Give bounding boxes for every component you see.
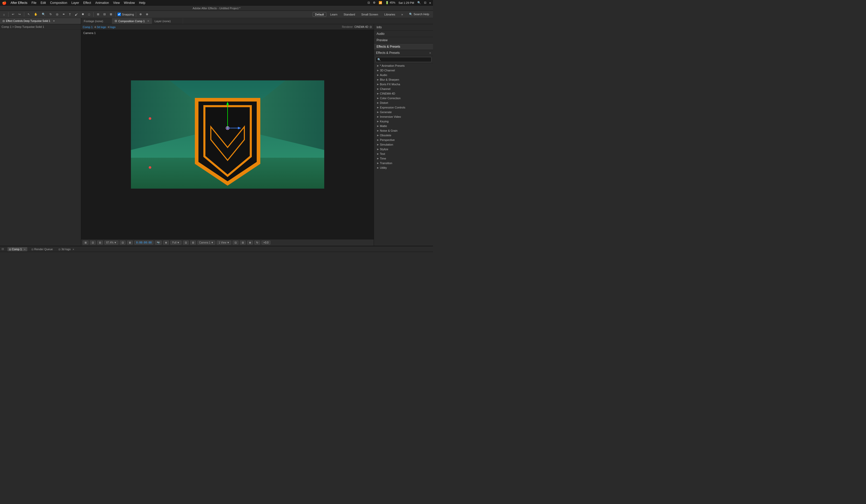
zoom-tool[interactable]: 🔍 [40, 12, 47, 17]
effect-cat-perspective[interactable]: ▶ Perspective [374, 137, 433, 142]
distrib-button[interactable]: ⊟ [102, 12, 107, 17]
effect-cat-immersive[interactable]: ▶ Immersive Video [374, 114, 433, 119]
fit-btn[interactable]: ⊡ [120, 240, 125, 245]
camera-dropdown[interactable]: Camera 1 ▼ [197, 240, 215, 245]
right-nav-audio[interactable]: Audio [374, 31, 433, 37]
workspace-search[interactable]: 🔍 Search Help [407, 12, 432, 17]
menu-window[interactable]: Window [124, 1, 135, 5]
comp-tab-close[interactable]: ✕ [147, 20, 149, 22]
3d-options[interactable]: ⊕ [138, 12, 143, 17]
roi-btn[interactable]: ⊟ [190, 240, 196, 245]
search-icon[interactable]: 🔍 [417, 1, 421, 4]
siri-icon[interactable]: ⊡ [424, 1, 426, 4]
effect-cat-transition[interactable]: ▶ Transition [374, 161, 433, 166]
control-center-icon[interactable]: ≡ [430, 1, 431, 4]
zoom-dropdown[interactable]: 87.4% ▼ [104, 240, 118, 245]
workspace-learn[interactable]: Learn [328, 12, 340, 17]
workspace-small-screen[interactable]: Small Screen [359, 12, 380, 17]
effect-cat-color-correction[interactable]: ▶ Color Correction [374, 96, 433, 100]
effect-cat-distort[interactable]: ▶ Distort [374, 100, 433, 105]
3dlogo-tab-close[interactable]: ✕ [73, 248, 75, 251]
exposure-btn[interactable]: ⊡ [233, 240, 238, 245]
hand-tool[interactable]: ✋ [32, 12, 39, 17]
viewer-btn[interactable]: ⊡ [90, 240, 96, 245]
comp-nav-comp1[interactable]: Comp 1 [83, 25, 93, 29]
snapping-checkbox[interactable] [118, 13, 121, 16]
workspace-standard[interactable]: Standard [341, 12, 357, 17]
effect-controls-tab-close[interactable]: ▼ [53, 20, 55, 22]
menu-layer[interactable]: Layer [71, 1, 79, 5]
snapshot-btn[interactable]: 📷 [155, 240, 162, 245]
effects-search-input[interactable] [376, 57, 432, 62]
timeline-tab-render[interactable]: ⊡ Render Queue [30, 247, 54, 251]
timecode-btn[interactable]: 0:00:00:00 [134, 240, 153, 245]
undo-button[interactable]: ↩ [10, 12, 16, 17]
effects-panel-menu-icon[interactable]: ≡ [430, 52, 431, 54]
safe-zones-btn[interactable]: ⊞ [127, 240, 133, 245]
effect-cat-animation-presets[interactable]: ▶ * Animation Presets [374, 63, 433, 68]
comp1-tab-close[interactable]: ✕ [24, 248, 26, 251]
timeline-tab-comp1[interactable]: ⊡ Comp 1 ✕ [8, 247, 27, 251]
effect-cat-stylize[interactable]: ▶ Stylize [374, 147, 433, 152]
effect-cat-audio[interactable]: ▶ Audio [374, 73, 433, 77]
effect-cat-keying[interactable]: ▶ Keying [374, 119, 433, 124]
tracking-options[interactable]: ⊕ [144, 12, 150, 17]
menu-file[interactable]: File [32, 1, 36, 5]
puppet-tool[interactable]: ✱ [80, 12, 86, 17]
grid-view-btn[interactable]: ⊞ [83, 240, 88, 245]
layout-dropdown[interactable]: 1 View ▼ [217, 240, 231, 245]
menu-edit[interactable]: Edit [41, 1, 46, 5]
right-nav-preview[interactable]: Preview [374, 37, 433, 44]
effect-cat-utility[interactable]: ▶ Utility [374, 166, 433, 170]
brush-tool[interactable]: 🖌 [73, 12, 79, 17]
comp-nav-logo[interactable]: logo [110, 25, 116, 29]
effect-cat-cinema4d[interactable]: ▶ CINEMA 4D [374, 91, 433, 96]
effect-cat-boris[interactable]: ▶ Boris FX Mocha [374, 82, 433, 87]
tab-composition[interactable]: ⊡ Composition Comp 1 ✕ [112, 18, 152, 24]
effect-cat-3d-channel[interactable]: ▶ 3D Channel [374, 68, 433, 73]
effect-cat-obsolete[interactable]: ▶ Obsolete [374, 133, 433, 137]
resolution-btn[interactable]: ⊡ [183, 240, 189, 245]
menu-composition[interactable]: Composition [50, 1, 67, 5]
quality-dropdown[interactable]: Full ▼ [170, 240, 181, 245]
effect-cat-noise[interactable]: ▶ Noise & Grain [374, 128, 433, 133]
redo-button[interactable]: ↪ [17, 12, 22, 17]
effect-cat-text[interactable]: ▶ Text [374, 152, 433, 156]
effect-cat-matte[interactable]: ▶ Matte [374, 124, 433, 128]
timeline-collapse-icon[interactable]: ⊟ [1, 247, 4, 251]
menu-view[interactable]: View [113, 1, 120, 5]
rotation-tool[interactable]: ↻ [48, 12, 53, 17]
menu-help[interactable]: Help [139, 1, 145, 5]
viewer-options-btn[interactable]: ⊟ [97, 240, 103, 245]
pen-tool[interactable]: ✒ [61, 12, 67, 17]
effect-cat-expression[interactable]: ▶ Expression Controls [374, 105, 433, 110]
home-button[interactable]: ⌂ [1, 12, 7, 17]
transparency-btn[interactable]: ⊟ [240, 240, 246, 245]
right-nav-effects[interactable]: Effects & Presets [374, 44, 433, 50]
viewport-content[interactable]: Camera 1 [81, 30, 374, 239]
shape-tool[interactable]: □ [87, 12, 91, 17]
render-btn[interactable]: ⊕ [247, 240, 253, 245]
reset-btn[interactable]: ↻ [254, 240, 260, 245]
menu-aftereffects[interactable]: After Effects [11, 1, 27, 5]
tab-effect-controls[interactable]: ⊡ Effect Controls Deep Turquoise Solid 1… [0, 18, 81, 24]
renderer-settings-icon[interactable]: ⚙ [369, 25, 372, 29]
apple-menu[interactable]: 🍎 [2, 1, 7, 5]
effect-cat-channel[interactable]: ▶ Channel [374, 87, 433, 91]
effect-cat-generate[interactable]: ▶ Generate [374, 110, 433, 114]
workspace-libraries[interactable]: Libraries [382, 12, 397, 17]
effect-cat-blur[interactable]: ▶ Blur & Sharpen [374, 77, 433, 82]
camera-orbit-tool[interactable]: ◎ [54, 12, 60, 17]
snap-button[interactable]: ⊠ [108, 12, 114, 17]
text-tool[interactable]: T [67, 12, 73, 17]
menu-animation[interactable]: Animation [95, 1, 109, 5]
tab-footage[interactable]: Footage (none) [81, 18, 112, 24]
align-button[interactable]: ⊞ [96, 12, 101, 17]
show-channel-btn[interactable]: ⊕ [163, 240, 169, 245]
right-nav-info[interactable]: Info [374, 24, 433, 31]
workspace-default[interactable]: Default [313, 12, 326, 17]
comp-nav-3dlogo[interactable]: 3d logo [97, 25, 106, 29]
tab-layer[interactable]: Layer (none) [152, 18, 183, 24]
selection-tool[interactable]: ↖ [26, 12, 32, 17]
effect-cat-time[interactable]: ▶ Time [374, 156, 433, 161]
